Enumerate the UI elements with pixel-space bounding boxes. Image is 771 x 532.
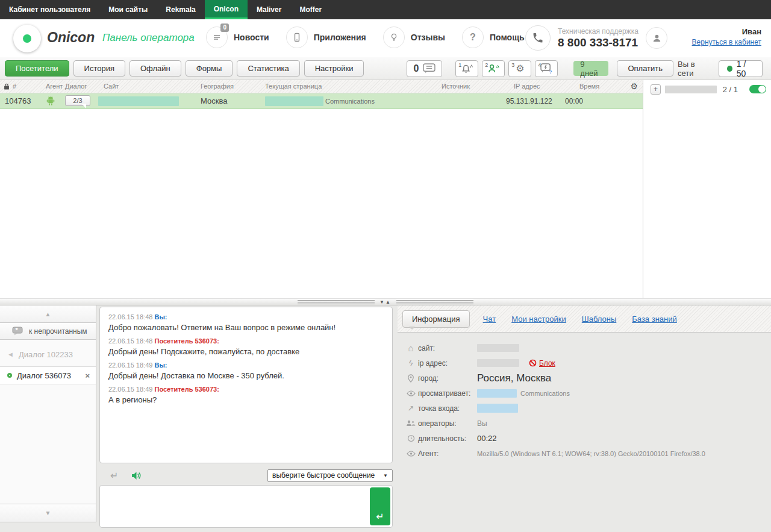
back-to-cabinet-link[interactable]: Вернуться в кабинет (692, 38, 761, 46)
pay-button[interactable]: Оплатить (617, 60, 673, 77)
online-toggle[interactable] (749, 85, 766, 93)
quick-answers-button[interactable]: 4 ? (535, 60, 558, 77)
tab-settings[interactable]: Настройки (304, 60, 364, 77)
brand-name: Onicon (47, 30, 95, 46)
operator-chat-count: 2 / 1 (723, 85, 738, 94)
dialog-arrow-icon: ◄ (7, 351, 14, 358)
user-avatar-icon[interactable] (646, 27, 667, 49)
app-header: Onicon Панель оператора 0 Новости Прилож… (0, 19, 771, 57)
support-phone: 8 800 333-8171 (558, 36, 638, 49)
message-text: Добро пожаловать! Ответим на Ваш вопрос … (108, 323, 384, 332)
chat-counter-button[interactable]: 0 (407, 60, 442, 77)
horizontal-splitter[interactable]: ▼▲ (0, 298, 771, 305)
apps-icon (286, 27, 308, 48)
col-dialog: Диалог (65, 83, 87, 90)
sound-alert-button[interactable]: 1 (455, 60, 478, 77)
topnav-item-my-sites[interactable]: Мои сайты (99, 0, 157, 19)
blurred-ip-value (477, 359, 519, 367)
message-time: 22.06.15 18:48 (108, 337, 152, 345)
enter-key-icon[interactable]: ↵ (110, 470, 118, 481)
tab-visitors[interactable]: Посетители (5, 60, 69, 77)
tab-templates[interactable]: Шаблоны (582, 315, 617, 324)
topnav-item-rekmala[interactable]: Rekmala (157, 0, 204, 19)
info-row-operators: операторы: Вы (404, 416, 771, 431)
message-author: Вы: (154, 313, 167, 321)
side-panel-header: + 2 / 1 (643, 82, 771, 98)
visitor-time: 00:00 (565, 97, 583, 105)
block-ip-link[interactable]: Блок (529, 359, 555, 368)
online-count-value: 1 / 50 (737, 59, 754, 78)
blurred-site-value (98, 96, 179, 106)
user-name: Иван (692, 27, 761, 36)
visitor-info-panel: Информация Чат Мои настройки Шаблоны Баз… (398, 305, 771, 532)
tab-statistics[interactable]: Статистика (237, 60, 299, 77)
message-author: Вы: (154, 361, 167, 369)
online-status-group: Вы в сети 1 / 50 (678, 60, 766, 78)
dialog-item-102233[interactable]: ◄ Диалог 102233 (0, 347, 96, 361)
tab-my-settings[interactable]: Мои настройки (511, 315, 566, 324)
gear-icon: ⚙ (516, 63, 524, 74)
onicon-logo-icon (13, 25, 41, 52)
tab-offline[interactable]: Офлайн (130, 60, 181, 77)
col-site: Сайт (104, 83, 119, 90)
block-label: Блок (539, 359, 555, 368)
dialog-count-button[interactable]: 2/3 (65, 95, 90, 106)
topnav-item-maliver[interactable]: Maliver (248, 0, 290, 19)
help-label: Помощь (490, 33, 525, 42)
toolbar: Посетители История Офлайн Формы Статисти… (0, 57, 771, 80)
topnav-item-cabinet[interactable]: Кабинет пользователя (0, 0, 99, 19)
message-input[interactable] (102, 488, 366, 525)
visitor-page-suffix: Communications (325, 98, 375, 105)
page-title: Панель оператора (102, 32, 195, 44)
sound-settings-button[interactable]: 3 ⚙ (508, 60, 531, 77)
table-settings-gear-icon[interactable]: ⚙ (630, 81, 638, 91)
info-row-ip: ϟ ip адрес: Блок (404, 355, 771, 371)
city-value: Россия, Москва (477, 372, 551, 384)
feedback-bulb-icon (383, 27, 405, 48)
feedback-button[interactable]: Отзывы (383, 27, 445, 48)
scroll-down-button[interactable]: ▼ (0, 504, 96, 522)
tab-knowledge-base[interactable]: База знаний (632, 315, 677, 324)
tab-chat[interactable]: Чат (483, 315, 496, 324)
support-block: Техническая поддержка 8 800 333-8171 (525, 25, 638, 51)
help-button[interactable]: ? Помощь (462, 27, 525, 48)
speaker-icon[interactable] (131, 471, 142, 480)
topnav-item-moffer[interactable]: Moffer (290, 0, 331, 19)
visitor-id: 104763 (5, 96, 31, 105)
table-header: # Агент Диалог Сайт География Текущая ст… (0, 80, 643, 93)
quick-message-select[interactable]: выберите быстрое сообщение ▼ (267, 469, 393, 482)
lock-icon[interactable] (4, 83, 10, 92)
button-index: 2 (485, 62, 488, 68)
news-button[interactable]: 0 Новости (206, 27, 269, 48)
col-id: # (13, 83, 16, 90)
chat-question-icon: ? (540, 63, 553, 74)
send-button[interactable]: ↵ (370, 487, 390, 525)
info-row-site: ⌂ сайт: (404, 340, 771, 355)
apps-button[interactable]: Приложения (286, 27, 366, 48)
to-unread-label: к непрочитанным (29, 327, 87, 336)
add-button[interactable]: + (651, 84, 661, 95)
eye-icon (404, 451, 418, 457)
svg-text:?: ? (549, 69, 552, 74)
message-text: Добрый день! Подскажите, пожалуйста, по … (108, 347, 384, 356)
online-count-button[interactable]: 1 / 50 (719, 60, 763, 77)
tab-information[interactable]: Информация (402, 310, 470, 328)
tab-forms[interactable]: Формы (186, 60, 233, 77)
person-sound-icon (488, 63, 499, 74)
to-unread-button[interactable]: * к непрочитанным (0, 323, 96, 340)
visitor-row[interactable]: 104763 2/3 Москва Communications 95.131.… (0, 93, 643, 109)
field-label: сайт: (418, 344, 477, 352)
scroll-up-button[interactable]: ▲ (0, 305, 96, 323)
splitter-grip-icon (298, 300, 375, 304)
info-tabstrip: Информация Чат Мои настройки Шаблоны Баз… (398, 305, 771, 333)
col-agent: Агент (46, 83, 63, 90)
close-dialog-button[interactable]: × (85, 371, 90, 380)
topnav-item-onicon[interactable]: Onicon (205, 0, 248, 19)
chat-counter-value: 0 (413, 63, 419, 74)
dialog-item-536073[interactable]: Диалог 536073 × (0, 366, 96, 384)
visitor-sound-button[interactable]: 2 (482, 60, 505, 77)
blurred-page-value (265, 96, 323, 106)
tab-history[interactable]: История (73, 60, 125, 77)
field-label: ip адрес: (418, 359, 477, 368)
message-author: Посетитель 536073: (154, 337, 219, 345)
